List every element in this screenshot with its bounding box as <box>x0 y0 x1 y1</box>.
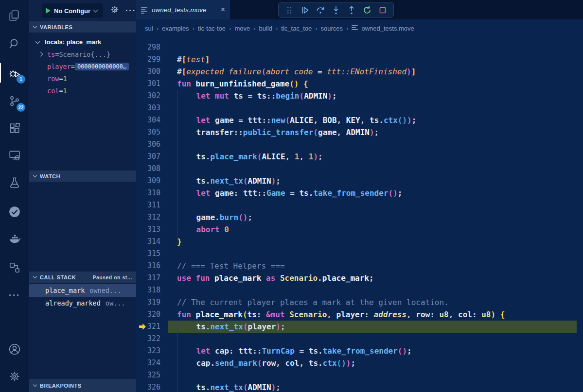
variables-scope-row[interactable]: locals: place_mark <box>29 36 136 48</box>
code-line-content[interactable]: #[test] <box>168 53 577 66</box>
run-debug-icon[interactable]: 1 <box>0 61 29 85</box>
code-line-content[interactable]: transfer::public_transfer(game, ADMIN); <box>168 126 577 138</box>
launch-config-dropdown[interactable]: No Configur <box>42 3 103 18</box>
more-views-icon[interactable]: ··· <box>0 284 29 307</box>
step-into-button[interactable] <box>329 3 343 17</box>
line-number-gutter[interactable]: 318 <box>136 284 168 296</box>
code-line-content[interactable]: ts.next_tx(ADMIN); <box>168 381 577 392</box>
stop-button[interactable] <box>376 3 389 17</box>
step-out-button[interactable] <box>345 3 358 17</box>
line-number-gutter[interactable]: 323 <box>136 345 168 357</box>
testing-beaker-icon[interactable] <box>0 171 29 194</box>
line-number-gutter[interactable]: 304 <box>136 114 168 126</box>
line-number-gutter[interactable]: 316 <box>136 260 168 272</box>
code-line-content[interactable]: use fun place_mark as Scenario.place_mar… <box>168 272 577 284</box>
line-number-gutter[interactable]: 314 <box>136 236 168 248</box>
line-number-gutter[interactable]: 324 <box>136 357 168 369</box>
line-number-gutter[interactable]: 307 <box>136 151 168 163</box>
watch-section-header[interactable]: WATCH <box>29 170 136 182</box>
extensions-icon[interactable] <box>0 117 29 140</box>
code-line-content[interactable]: fun place_mark(ts: &mut Scenario, player… <box>168 308 577 321</box>
code-line-content[interactable] <box>168 369 577 381</box>
code-line-content[interactable]: let game: ttt::Game = ts.take_from_sende… <box>168 187 577 199</box>
code-line-content[interactable]: } <box>168 236 577 248</box>
code-line-content[interactable] <box>168 333 577 345</box>
breadcrumb-item[interactable]: tic_tac_toe <box>281 25 312 32</box>
variable-row[interactable]: ts = Scenario{...} <box>29 48 136 60</box>
code-line-content[interactable] <box>168 163 577 175</box>
line-number-gutter[interactable]: 317 <box>136 272 168 284</box>
variable-row[interactable]: row = 1 <box>29 72 136 85</box>
line-number-gutter[interactable]: 326 <box>136 381 168 392</box>
pipeline-icon[interactable] <box>0 256 29 279</box>
search-icon[interactable] <box>0 32 29 55</box>
toolbar-drag-handle[interactable] <box>283 3 296 17</box>
code-line-content[interactable]: ts.place_mark(ALICE, 1, 1); <box>168 151 577 163</box>
restart-button[interactable] <box>360 3 374 17</box>
chevron-right-icon[interactable] <box>38 52 43 57</box>
step-over-button[interactable] <box>314 3 327 17</box>
line-number-gutter[interactable]: 308 <box>136 163 168 175</box>
code-line-content[interactable]: // === Test Helpers === <box>168 260 577 272</box>
test-results-check-icon[interactable] <box>0 200 29 223</box>
explorer-icon[interactable] <box>0 4 29 27</box>
line-number-gutter[interactable]: 310 <box>136 187 168 199</box>
code-line-content[interactable]: abort 0 <box>168 223 577 236</box>
line-number-gutter[interactable]: 320 <box>136 308 168 321</box>
code-editor[interactable]: 298299#[test]300#[expected_failure(abort… <box>136 37 583 392</box>
line-number-gutter[interactable]: 303 <box>136 102 168 114</box>
code-line-content[interactable]: #[expected_failure(abort_code = ttt::ENo… <box>168 66 577 78</box>
line-number-gutter[interactable]: 298 <box>136 41 168 53</box>
line-number-gutter[interactable]: 315 <box>136 248 168 260</box>
code-line-content[interactable]: // The current player places a mark at t… <box>168 296 577 308</box>
line-number-gutter[interactable]: 306 <box>136 138 168 151</box>
line-number-gutter[interactable]: 319 <box>136 296 168 308</box>
call-stack-frame[interactable]: already_markedow... <box>29 297 136 309</box>
line-number-gutter[interactable]: 302 <box>136 90 168 102</box>
line-number-gutter[interactable]: 305 <box>136 126 168 138</box>
code-line-content[interactable]: cap.send_mark(row, col, ts.ctx()); <box>168 357 577 369</box>
line-number-gutter[interactable]: 309 <box>136 175 168 187</box>
source-control-icon[interactable]: 22 <box>0 89 29 113</box>
line-number-gutter[interactable]: 321 <box>136 321 168 333</box>
line-number-gutter[interactable]: 300 <box>136 66 168 78</box>
variable-row[interactable]: player = 0000000000000… <box>29 60 136 72</box>
line-number-gutter[interactable]: 301 <box>136 78 168 90</box>
breadcrumb-item[interactable]: sources <box>321 25 343 32</box>
line-number-gutter[interactable]: 313 <box>136 223 168 236</box>
debug-settings-gear-icon[interactable] <box>110 5 120 17</box>
code-line-content[interactable] <box>168 199 577 211</box>
remote-explorer-icon[interactable] <box>0 144 29 167</box>
tab-owned-tests-move[interactable]: owned_tests.move × <box>136 0 230 19</box>
variables-section-header[interactable]: VARIABLES <box>29 21 136 33</box>
code-line-content[interactable]: let cap: ttt::TurnCap = ts.take_from_sen… <box>168 345 577 357</box>
breadcrumb-item[interactable]: sui <box>145 25 153 32</box>
breakpoints-section-header[interactable]: BREAKPOINTS <box>29 379 136 392</box>
breadcrumb-item[interactable]: examples <box>162 25 189 32</box>
line-number-gutter[interactable]: 311 <box>136 199 168 211</box>
line-number-gutter[interactable]: 325 <box>136 369 168 381</box>
code-line-content[interactable]: ts.next_tx(player); <box>168 321 577 333</box>
line-number-gutter[interactable]: 312 <box>136 211 168 223</box>
close-tab-icon[interactable]: × <box>221 6 225 14</box>
code-line-content[interactable] <box>168 138 577 151</box>
breadcrumb-item[interactable]: build <box>259 25 272 32</box>
breadcrumb-item[interactable]: tic-tac-toe <box>198 25 226 32</box>
code-line-content[interactable] <box>168 284 577 296</box>
code-line-content[interactable] <box>168 41 577 53</box>
docker-icon[interactable] <box>0 227 29 251</box>
continue-button[interactable] <box>298 3 312 17</box>
call-stack-frame[interactable]: place_markowned... <box>29 284 136 297</box>
breadcrumb-file[interactable]: owned_tests.move <box>352 25 414 32</box>
code-line-content[interactable] <box>168 248 577 260</box>
code-line-content[interactable]: fun burn_unfinished_game() { <box>168 78 577 90</box>
line-number-gutter[interactable]: 299 <box>136 53 168 66</box>
code-line-content[interactable]: ts.next_tx(ADMIN); <box>168 175 577 187</box>
call-stack-section-header[interactable]: CALL STACK Paused on st... <box>29 272 136 283</box>
debug-more-actions-icon[interactable]: ··· <box>125 6 136 15</box>
start-debug-icon[interactable] <box>46 8 51 14</box>
code-line-content[interactable] <box>168 102 577 114</box>
code-line-content[interactable]: let mut ts = ts::begin(ADMIN); <box>168 90 577 102</box>
settings-gear-icon[interactable] <box>0 365 29 388</box>
code-line-content[interactable]: let game = ttt::new(ALICE, BOB, KEY, ts.… <box>168 114 577 126</box>
